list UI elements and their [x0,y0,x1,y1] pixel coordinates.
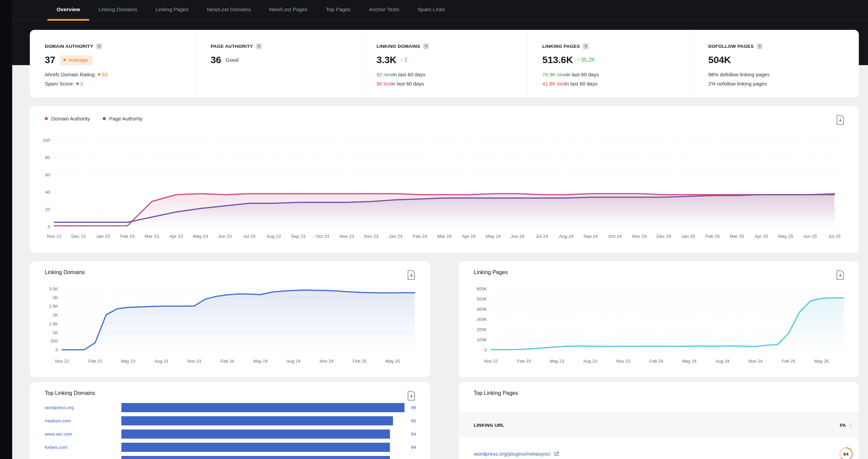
linking-domains-card: Linking Domains 05001K1.5K2K2.5K3K3.5KNo… [30,261,430,377]
export-button[interactable] [835,114,846,128]
svg-text:500K: 500K [477,297,487,302]
svg-text:Aug 23: Aug 23 [267,234,281,239]
tab-top-pages[interactable]: Top Pages [317,0,360,21]
bar-row: forbes.com94 [45,441,420,454]
bar [121,456,390,459]
help-icon[interactable]: ? [583,43,589,49]
bar-row: wordpress.org99 [45,401,420,414]
bar [121,403,405,412]
metrics-card: DOMAIN AUTHORITY?37AverageAhrefs Domain … [30,30,859,97]
metric-delta: ↑2 [400,57,408,63]
svg-text:Dec 23: Dec 23 [364,234,378,239]
domain-link[interactable]: medium.com [45,418,121,423]
tab-spam-links[interactable]: Spam Links [408,0,454,21]
svg-text:600K: 600K [477,286,487,291]
svg-text:Nov 23: Nov 23 [187,359,201,364]
export-icon [836,115,845,125]
svg-text:Mar 25: Mar 25 [730,234,744,239]
tab-bar: OverviewLinking DomainsLinking PagesNew/… [12,0,868,21]
svg-text:Feb 24: Feb 24 [649,359,663,364]
tab-overview[interactable]: Overview [47,0,89,21]
bar-value: 94 [411,445,416,450]
domain-link[interactable]: www.wix.com [45,432,121,437]
bar-track [121,443,408,452]
bar-value: 94 [411,432,416,437]
svg-text:Nov 22: Nov 22 [55,359,69,364]
svg-text:May 24: May 24 [253,359,268,364]
metric-title: LINKING DOMAINS? [376,43,520,49]
svg-text:Mar 24: Mar 24 [437,234,452,239]
help-icon[interactable]: ? [757,43,763,49]
svg-text:Jan 25: Jan 25 [681,234,695,239]
svg-text:Feb 23: Feb 23 [120,234,135,239]
svg-text:May 23: May 23 [550,359,565,364]
svg-text:Oct 24: Oct 24 [608,234,622,239]
metric-row: 2% nofollow linking pages [708,79,852,88]
domain-link[interactable]: wordpress.org [45,405,121,410]
svg-text:Aug 24: Aug 24 [559,234,574,239]
svg-text:Aug 24: Aug 24 [287,359,300,364]
svg-text:3.5K: 3.5K [49,286,58,291]
metric-row: 90 lost in last 60 days [376,79,520,88]
help-icon[interactable]: ? [96,43,102,49]
svg-text:Aug 23: Aug 23 [583,359,597,364]
metric-card-linking-pages: LINKING PAGES?513.6K↑35.2K76.9K new in l… [527,30,693,97]
svg-text:Jul 24: Jul 24 [536,234,548,239]
authority-chart: 020406080100Nov 22Dec 22Jan 23Feb 23Mar … [30,131,859,248]
bar-row: www.wix.com94 [45,427,420,441]
bar [121,416,393,425]
svg-text:0: 0 [485,347,487,352]
dot-icon [76,82,79,85]
help-icon[interactable]: ? [423,43,429,49]
export-button[interactable] [406,269,417,283]
svg-text:Nov 23: Nov 23 [616,359,630,364]
metric-delta: ↑35.2K [577,57,595,63]
svg-text:20: 20 [45,207,50,212]
export-icon [836,270,845,280]
sort-icon[interactable] [848,422,853,428]
legend-item-page-authority[interactable]: Page Authority [103,116,142,121]
svg-text:Jan 24: Jan 24 [389,234,402,239]
metric-row: Spam Score: 2 [45,79,189,88]
svg-text:Feb 24: Feb 24 [220,359,234,364]
metric-value: 513.6K [542,55,573,65]
svg-text:Mar 23: Mar 23 [145,234,159,239]
authority-chart-card: Domain AuthorityPage Authority 020406080… [30,106,859,253]
svg-text:200K: 200K [477,327,487,332]
svg-text:May 23: May 23 [121,359,136,364]
svg-text:Nov 22: Nov 22 [47,234,62,239]
svg-text:May 23: May 23 [193,234,208,239]
svg-text:May 25: May 25 [778,234,793,239]
linking-url-link[interactable]: wordpress.org/plugins/metasync/ [474,451,559,457]
svg-text:300K: 300K [477,317,487,322]
svg-text:0: 0 [56,347,58,352]
tab-anchor-texts[interactable]: Anchor Texts [360,0,408,21]
export-button[interactable] [835,269,846,283]
linking-pages-chart: 0100K200K300K400K500K600KNov 22Feb 23May… [459,281,859,373]
tab-new-lost-pages[interactable]: New/Lost Pages [260,0,317,21]
help-icon[interactable]: ? [256,43,262,49]
metric-title: LINKING PAGES? [542,43,686,49]
svg-text:Jan 23: Jan 23 [96,234,110,239]
svg-text:Jul 25: Jul 25 [828,234,841,239]
external-link-icon [554,451,559,457]
svg-text:Dec 24: Dec 24 [656,234,671,239]
card-title: Linking Pages [474,269,508,275]
card-title: Top Linking Pages [474,390,518,396]
svg-text:Oct 23: Oct 23 [316,234,329,239]
svg-text:500: 500 [51,339,58,344]
tab-linking-pages[interactable]: Linking Pages [146,0,198,21]
tab-new-lost-domains[interactable]: New/Lost Domains [198,0,260,21]
svg-text:400K: 400K [477,307,487,312]
svg-text:Nov 24: Nov 24 [632,234,647,239]
svg-text:May 25: May 25 [814,359,829,364]
legend-item-domain-authority[interactable]: Domain Authority [45,116,90,121]
bar-row: medium.com95 [45,414,420,427]
legend-dot [45,117,48,120]
svg-text:Aug 23: Aug 23 [154,359,168,364]
svg-text:Aug 24: Aug 24 [715,359,729,364]
metric-value: 504K [708,55,731,65]
collapsed-sidebar [0,0,12,459]
domain-link[interactable]: forbes.com [45,445,121,450]
tab-linking-domains[interactable]: Linking Domains [89,0,146,21]
